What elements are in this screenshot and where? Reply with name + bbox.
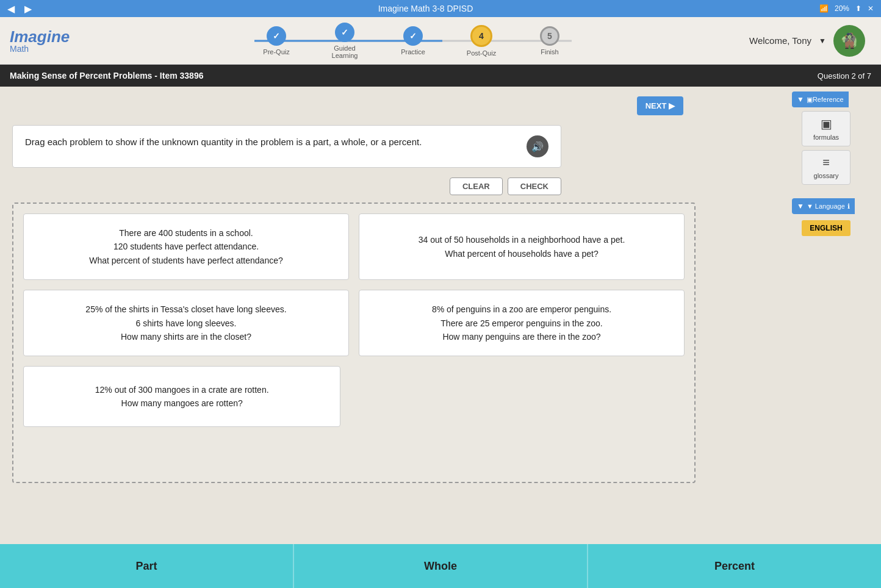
close-icon[interactable]: ✕ <box>868 4 874 13</box>
reference-panel[interactable]: ▼ ▣Reference <box>792 91 849 107</box>
lesson-bar: Making Sense of Percent Problems - Item … <box>0 65 881 87</box>
step-guided: ✓ GuidedLearning <box>311 23 379 59</box>
app-title: Imagine Math 3-8 DPISD <box>378 4 473 13</box>
step-label-5: Finish <box>541 48 558 56</box>
problem-row-2: 25% of the shirts in Tessa's closet have… <box>23 290 685 356</box>
question-count: Question 2 of 7 <box>818 71 871 81</box>
formulas-label: formulas <box>813 134 839 141</box>
progress-track: ✓ Pre-Quiz ✓ GuidedLearning ✓ Practice 4… <box>242 23 584 59</box>
battery-text: 20% <box>835 4 849 13</box>
reference-triangle: ▼ <box>797 95 804 104</box>
step-label-4: Post-Quiz <box>467 49 496 57</box>
audio-button[interactable]: 🔊 <box>527 135 548 157</box>
clear-button[interactable]: CLEAR <box>450 177 503 195</box>
logo-area: Imagine Math <box>10 27 77 54</box>
reference-label: ▣Reference <box>807 96 844 104</box>
action-buttons: CLEAR CHECK <box>12 177 561 195</box>
glossary-icon: ≡ <box>822 156 830 170</box>
glossary-button[interactable]: ≡ glossary <box>802 150 850 185</box>
content-area: NEXT ▶ Drag each problem to show if the … <box>0 87 789 544</box>
next-button[interactable]: NEXT ▶ <box>637 96 683 115</box>
formulas-icon: ▣ <box>821 117 832 131</box>
progress-area: ✓ Pre-Quiz ✓ GuidedLearning ✓ Practice 4… <box>77 23 749 59</box>
share-icon[interactable]: ⬆ <box>855 4 861 13</box>
os-bar: ◀ ▶ Imagine Math 3-8 DPISD 📶 20% ⬆ ✕ <box>0 0 881 17</box>
step-pre-quiz: ✓ Pre-Quiz <box>242 26 311 56</box>
problem-row-1: There are 400 students in a school. 120 … <box>23 213 685 280</box>
language-panel[interactable]: ▼ ▼ Language ℹ <box>792 198 855 214</box>
step-finish: 5 Finish <box>516 26 584 56</box>
english-button[interactable]: ENGLISH <box>802 220 850 236</box>
drop-target-whole[interactable]: Whole <box>294 544 588 588</box>
step-circle-2: ✓ <box>335 23 354 42</box>
formulas-button[interactable]: ▣ formulas <box>802 111 850 146</box>
problem-card-5[interactable]: 12% out of 300 mangoes in a crate are ro… <box>23 366 340 427</box>
lesson-title: Making Sense of Percent Problems - Item … <box>10 71 203 81</box>
mascot: 🧌 <box>833 25 865 57</box>
nav-controls[interactable]: ◀ ▶ <box>7 3 32 15</box>
right-sidebar: ▼ ▣Reference ▣ formulas ≡ glossary ▼ ▼ L… <box>789 87 881 544</box>
step-post-quiz: 4 Post-Quiz <box>447 25 516 57</box>
status-bar: 📶 20% ⬆ ✕ <box>819 4 874 13</box>
app-header: Imagine Math ✓ Pre-Quiz ✓ GuidedLearning… <box>0 17 881 65</box>
logo-math: Math <box>10 44 77 54</box>
drop-target-percent[interactable]: Percent <box>588 544 881 588</box>
step-practice: ✓ Practice <box>379 26 447 56</box>
language-info-icon: ℹ <box>847 203 850 210</box>
welcome-text: Welcome, Tony <box>749 35 811 46</box>
step-circle-5: 5 <box>540 26 559 46</box>
problem-card-2[interactable]: 34 out of 50 households in a neighborhoo… <box>359 213 685 280</box>
drop-target-part[interactable]: Part <box>0 544 294 588</box>
problem-card-4[interactable]: 8% of penguins in a zoo are emperor peng… <box>359 290 685 356</box>
back-arrow[interactable]: ◀ <box>7 3 15 15</box>
step-circle-1: ✓ <box>267 26 286 46</box>
language-triangle: ▼ <box>797 202 804 210</box>
instruction-box: Drag each problem to show if the unknown… <box>12 125 561 168</box>
problem-row-3: 12% out of 300 mangoes in a crate are ro… <box>23 366 685 427</box>
step-label-3: Practice <box>401 48 425 56</box>
step-circle-3: ✓ <box>403 26 423 46</box>
drop-container: There are 400 students in a school. 120 … <box>12 203 696 483</box>
problem-card-1[interactable]: There are 400 students in a school. 120 … <box>23 213 349 280</box>
wifi-icon: 📶 <box>819 4 829 13</box>
welcome-area: Welcome, Tony ▼ 🧌 <box>749 25 871 57</box>
step-label-2: GuidedLearning <box>332 45 358 59</box>
instruction-text: Drag each problem to show if the unknown… <box>25 135 422 149</box>
step-circle-4: 4 <box>470 25 492 47</box>
step-label-1: Pre-Quiz <box>263 48 289 56</box>
welcome-dropdown[interactable]: ▼ <box>819 37 826 45</box>
main-content: NEXT ▶ Drag each problem to show if the … <box>0 87 881 544</box>
problem-card-3[interactable]: 25% of the shirts in Tessa's closet have… <box>23 290 349 356</box>
bottom-bar: Part Whole Percent <box>0 544 881 588</box>
glossary-label: glossary <box>814 172 839 179</box>
language-label: ▼ Language <box>807 203 845 210</box>
check-button[interactable]: CHECK <box>508 177 561 195</box>
forward-arrow[interactable]: ▶ <box>24 3 32 15</box>
